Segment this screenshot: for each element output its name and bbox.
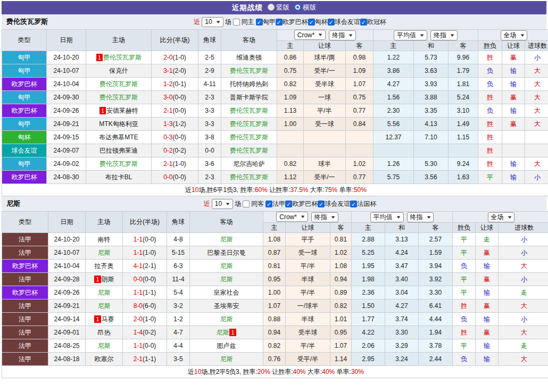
corner-cell: 4-4 bbox=[167, 339, 190, 353]
score-cell: 1-1(0-0) bbox=[123, 233, 167, 246]
average-select[interactable]: 平均值▼ bbox=[394, 30, 427, 40]
league-checkbox[interactable]: ✓ bbox=[318, 201, 325, 207]
home-team-cell: 南特 bbox=[86, 233, 123, 246]
avg-draw-cell: 7.10 bbox=[414, 131, 449, 144]
team-name: 布拉卡BL bbox=[105, 173, 132, 181]
radio-vertical-icon[interactable] bbox=[268, 4, 275, 11]
away-team-cell: 尼尔吉哈萨 bbox=[221, 157, 277, 171]
odds-dropdown-cell: Crow*▼终指▼ bbox=[263, 212, 352, 223]
scope-select[interactable]: 全场▼ bbox=[488, 212, 515, 222]
final-odds-select[interactable]: 终指▼ bbox=[329, 30, 356, 40]
col-goals: 进球数 bbox=[499, 223, 548, 233]
radio-horizontal-icon[interactable] bbox=[294, 4, 301, 11]
summary-stat-label: 大率: bbox=[306, 368, 322, 376]
team-name: 费伦茨瓦罗斯 bbox=[230, 173, 268, 181]
chevron-down-icon: ▼ bbox=[426, 215, 431, 220]
half-time-score: (0-0) bbox=[173, 173, 186, 181]
half-time-score: (1-0) bbox=[173, 160, 186, 168]
home-team-cell: 尼斯 bbox=[86, 286, 123, 299]
odds-home-cell: 0.82 bbox=[277, 157, 304, 171]
match-type-cell: 匈甲 bbox=[2, 51, 47, 64]
score-cell: 1-1(0-0) bbox=[123, 339, 167, 353]
summary-stat-label: 近 bbox=[188, 368, 194, 376]
corner-cell: 3-2 bbox=[167, 299, 190, 313]
corner-cell: 2-3 bbox=[198, 171, 221, 184]
odds-home-cell: 1.09 bbox=[277, 91, 304, 104]
rounds-select[interactable]: 10▼ bbox=[212, 199, 233, 209]
full-time-score: 0-3 bbox=[163, 134, 172, 141]
avg-home-cell: 1.77 bbox=[352, 313, 385, 326]
league-checkbox[interactable]: ✓ bbox=[256, 19, 263, 26]
match-date-cell: 24-10-07 bbox=[48, 246, 86, 260]
radio-horizontal[interactable]: 横版 bbox=[294, 3, 316, 12]
match-row: 匈甲24-09-30费伦茨瓦罗斯3-0(0-0)2-3普斯卡斯学院1.09一球0… bbox=[2, 91, 548, 104]
full-time-score: 1-2 bbox=[163, 80, 172, 88]
corner-cell: 11-4 bbox=[167, 273, 190, 286]
league-filters: ✓匈甲✓欧罗巴杯✓匈杯✓球会友谊✓欧冠杯 bbox=[256, 18, 386, 27]
score-cell: 1-3(1-2) bbox=[152, 118, 198, 131]
league-checkbox[interactable]: ✓ bbox=[285, 201, 292, 207]
league-checkbox[interactable]: ✓ bbox=[360, 19, 367, 26]
team-name: 图卢兹 bbox=[217, 342, 236, 349]
summary-stat-value: 50% bbox=[354, 186, 367, 194]
corner-cell: 2-9 bbox=[198, 64, 221, 78]
odds-home-cell: 0.82 bbox=[277, 78, 304, 91]
away-team-cell: 费伦茨瓦罗斯 bbox=[221, 64, 277, 78]
result-cell: 胜 bbox=[478, 118, 502, 131]
score-cell: 0-0(0-0) bbox=[152, 171, 198, 184]
handicap-result-cell: 赢 bbox=[476, 299, 499, 313]
bookmaker-select[interactable]: Crow*▼ bbox=[294, 30, 326, 40]
same-venue-checkbox[interactable] bbox=[243, 201, 250, 207]
radio-vertical[interactable]: 竖版 bbox=[268, 3, 289, 12]
scope-select[interactable]: 全场▼ bbox=[501, 30, 528, 40]
half-time-score: (1-2) bbox=[173, 120, 186, 128]
half-time-score: (1-0) bbox=[143, 249, 156, 256]
league-label: 匈甲 bbox=[263, 18, 276, 27]
match-date-cell: 24-08-18 bbox=[48, 353, 86, 366]
match-row: 欧罗巴杯24-10-04拉齐奥4-1(2-1)6-3尼斯0.81平/半1.081… bbox=[2, 260, 548, 273]
corner-cell: 4-8 bbox=[167, 233, 190, 246]
match-date-cell: 24-09-26 bbox=[48, 286, 86, 299]
result-cell: 负 bbox=[478, 104, 502, 118]
avg-away-cell: 3.94 bbox=[419, 260, 453, 273]
team-name: 皇家社会 bbox=[214, 289, 239, 296]
page: 近期战绩 竖版 横版 费伦茨瓦罗斯 近 10▼ 场 同主 ✓匈甲✓欧罗巴杯✓匈杯… bbox=[0, 0, 548, 378]
avg-home-cell: 1.98 bbox=[352, 273, 385, 286]
goals-cell bbox=[525, 131, 548, 144]
summary-stat-value: 20% bbox=[258, 368, 270, 376]
odds-away-cell: 1.02 bbox=[330, 246, 352, 260]
corner-cell: 6-3 bbox=[167, 260, 190, 273]
avg-draw-cell: 3.88 bbox=[414, 91, 449, 104]
bookmaker-select[interactable]: Crow*▼ bbox=[276, 212, 308, 222]
final-odds-select-2[interactable]: 终指▼ bbox=[407, 212, 434, 222]
league-checkbox[interactable]: ✓ bbox=[350, 201, 357, 207]
odds-home-cell: 1.00 bbox=[277, 118, 304, 131]
avg-home-cell: 2.88 bbox=[352, 233, 385, 246]
summary-stat-value: 40% bbox=[322, 368, 335, 376]
goals-cell: 大 bbox=[499, 299, 548, 313]
same-venue-checkbox[interactable] bbox=[233, 19, 240, 26]
avg-dropdown-cell: 平均值▼终指▼ bbox=[352, 212, 453, 223]
result-cell: 平 bbox=[453, 286, 476, 299]
match-type-cell: 欧罗巴杯 bbox=[2, 260, 48, 273]
average-select[interactable]: 平均值▼ bbox=[370, 212, 404, 222]
goals-cell: 小 bbox=[499, 246, 548, 260]
odds-away-cell: 0.77 bbox=[346, 171, 373, 184]
home-team-cell: 费伦茨瓦罗斯 bbox=[86, 91, 152, 104]
final-odds-select-2[interactable]: 终指▼ bbox=[430, 30, 458, 40]
league-checkbox[interactable]: ✓ bbox=[276, 19, 283, 26]
team-name: 费伦茨瓦罗斯 bbox=[230, 67, 268, 74]
odds-away-cell: 0.95 bbox=[330, 326, 352, 339]
league-checkbox[interactable]: ✓ bbox=[328, 19, 335, 26]
league-checkbox[interactable]: ✓ bbox=[265, 201, 272, 207]
league-checkbox[interactable]: ✓ bbox=[308, 19, 315, 26]
match-type-cell: 法甲 bbox=[2, 313, 48, 326]
result-cell: 胜 bbox=[478, 91, 502, 104]
rounds-select[interactable]: 10▼ bbox=[202, 17, 223, 27]
match-row: 欧罗巴杯24-10-04费伦茨瓦罗斯1-2(0-1)4-11托特纳姆热刺0.82… bbox=[2, 78, 548, 91]
odds-away-cell: 0.94 bbox=[330, 273, 352, 286]
final-odds-select[interactable]: 终指▼ bbox=[311, 212, 338, 222]
summary-stat-value: 30% bbox=[351, 368, 364, 376]
team-name: 朗斯 bbox=[102, 276, 114, 283]
summary-row: 近10场,胜2平5负3, 胜率:20% 让胜率:40% 大率:40% 单率:30… bbox=[2, 366, 548, 378]
